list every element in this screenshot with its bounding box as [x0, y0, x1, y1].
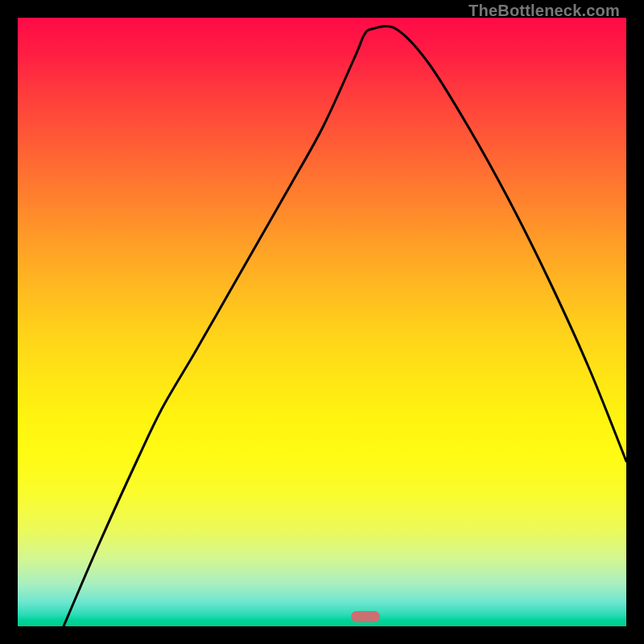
plot-area	[18, 18, 626, 626]
chart-frame: TheBottleneck.com	[0, 0, 644, 644]
bottleneck-curve	[18, 18, 626, 626]
curve-path	[64, 27, 626, 626]
watermark-text: TheBottleneck.com	[469, 2, 620, 20]
